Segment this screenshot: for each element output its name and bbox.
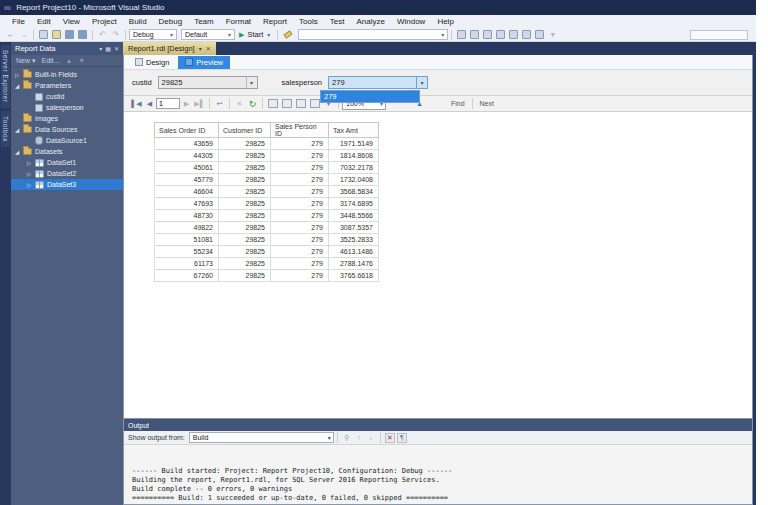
tree-item[interactable]: salesperson xyxy=(11,102,123,113)
custid-combo[interactable]: 29825 ▾ xyxy=(158,76,258,89)
menu-item[interactable]: Team xyxy=(188,17,220,26)
tree-item[interactable]: Data Sources xyxy=(11,124,123,135)
menu-item[interactable]: Debug xyxy=(153,17,189,26)
deploy-target-combo[interactable]: ▾ xyxy=(298,29,448,40)
stop-rendering-icon[interactable]: ✕ xyxy=(234,98,245,110)
menu-item[interactable]: Analyze xyxy=(350,17,390,26)
page-number-input[interactable] xyxy=(156,98,180,109)
next-message-icon[interactable]: ↓ xyxy=(366,433,376,443)
tab-design[interactable]: Design xyxy=(128,56,176,69)
cell-sales-order-id: 49822 xyxy=(155,222,219,234)
dropdown-option[interactable]: 279 xyxy=(321,91,419,102)
solution-configuration-combo[interactable]: Debug▾ xyxy=(129,29,177,40)
tree-item[interactable]: DataSet3 xyxy=(11,179,123,190)
window-position-icon[interactable]: ▾ xyxy=(99,45,102,52)
save-icon[interactable] xyxy=(64,29,75,40)
previous-message-icon[interactable]: ↑ xyxy=(354,433,364,443)
menu-item[interactable]: Tools xyxy=(293,17,324,26)
print-icon[interactable] xyxy=(268,99,278,108)
snap-to-grid-icon[interactable] xyxy=(521,29,532,40)
move-down-icon[interactable]: ▼ xyxy=(78,57,85,64)
menu-item[interactable]: Project xyxy=(86,17,123,26)
tab-close-icon[interactable]: ✕ xyxy=(206,45,211,52)
cell-customer-id: 29825 xyxy=(219,162,271,174)
find-button[interactable]: Find xyxy=(451,100,465,107)
word-wrap-icon[interactable]: ¶ xyxy=(397,433,407,443)
menu-item[interactable]: View xyxy=(57,17,86,26)
table-row: 47693 29825 279 3174.6895 xyxy=(155,198,379,210)
zoom-tool-icon[interactable] xyxy=(456,29,467,40)
tree-expander-icon[interactable] xyxy=(15,72,23,78)
output-source-combo[interactable]: Build▾ xyxy=(189,432,334,443)
refresh-icon[interactable]: ↻ xyxy=(247,98,258,110)
tree-expander-icon[interactable] xyxy=(27,171,35,177)
start-debug-button[interactable]: ▶ Start ▾ xyxy=(235,29,274,40)
find-next-button[interactable]: Next xyxy=(480,100,494,107)
navigate-forward-icon[interactable]: → xyxy=(18,29,29,40)
menu-item[interactable]: Help xyxy=(431,17,459,26)
page-setup-icon[interactable] xyxy=(296,99,306,108)
menu-item[interactable]: Build xyxy=(123,17,153,26)
menu-item[interactable]: Test xyxy=(324,17,351,26)
align-tops-icon[interactable] xyxy=(495,29,506,40)
find-message-icon[interactable]: ⚲ xyxy=(342,433,352,443)
export-icon[interactable] xyxy=(310,99,320,108)
next-page-icon[interactable]: ▶ xyxy=(181,98,192,110)
quick-launch-input[interactable] xyxy=(690,30,748,40)
cell-sales-order-id: 45061 xyxy=(155,162,219,174)
clear-all-icon[interactable]: ✕ xyxy=(385,433,395,443)
redo-icon[interactable]: ↷ xyxy=(110,29,121,40)
tree-item[interactable]: DataSource1 xyxy=(11,135,123,146)
new-project-icon[interactable] xyxy=(38,29,49,40)
rail-tab[interactable]: Toolbox xyxy=(1,111,10,147)
document-tab[interactable]: Report1.rdl [Design] ▾ ✕ xyxy=(123,42,216,55)
last-page-icon[interactable]: ▶▌ xyxy=(194,98,205,110)
pin-icon[interactable]: ▦ xyxy=(105,45,111,52)
tree-expander-icon[interactable] xyxy=(27,182,35,188)
rail-tab[interactable]: Server Explorer xyxy=(1,45,10,108)
toolbar-options-icon[interactable]: ▾ xyxy=(547,29,558,40)
tree-expander-icon[interactable] xyxy=(15,83,23,89)
close-icon[interactable]: ✕ xyxy=(114,45,119,52)
move-up-icon[interactable]: ▲ xyxy=(65,57,72,64)
tree-expander-icon[interactable] xyxy=(15,149,23,155)
bring-to-front-icon[interactable] xyxy=(534,29,545,40)
open-file-icon[interactable] xyxy=(51,29,62,40)
cell-tax-amt: 3448.5566 xyxy=(329,210,379,222)
tree-expander-icon[interactable] xyxy=(27,160,35,166)
first-page-icon[interactable]: ▌◀ xyxy=(131,98,142,110)
tree-expander-icon[interactable] xyxy=(15,127,23,133)
tree-item[interactable]: Images xyxy=(11,113,123,124)
edit-button[interactable]: Edit... xyxy=(41,57,59,64)
menu-item[interactable]: File xyxy=(6,17,31,26)
align-lefts-icon[interactable] xyxy=(482,29,493,40)
menu-item[interactable]: Format xyxy=(220,17,257,26)
tab-pin-icon[interactable]: ▾ xyxy=(199,45,202,52)
navigate-back-icon[interactable]: ← xyxy=(5,29,16,40)
tree-item[interactable]: Datasets xyxy=(11,146,123,157)
tree-item[interactable]: Parameters xyxy=(11,80,123,91)
tree-item[interactable]: custid xyxy=(11,91,123,102)
new-menu-button[interactable]: New ▾ xyxy=(16,57,35,65)
tab-preview[interactable]: Preview xyxy=(178,56,230,69)
undo-icon[interactable]: ↶ xyxy=(97,29,108,40)
previous-page-icon[interactable]: ◀ xyxy=(144,98,155,110)
report-wizard-icon[interactable] xyxy=(282,29,293,40)
menu-item[interactable]: Report xyxy=(257,17,293,26)
solution-platform-combo[interactable]: Default▾ xyxy=(181,29,235,40)
print-layout-icon[interactable] xyxy=(282,99,292,108)
menu-item[interactable]: Window xyxy=(391,17,431,26)
cell-customer-id: 29825 xyxy=(219,222,271,234)
menu-item[interactable]: Edit xyxy=(31,17,57,26)
cell-customer-id: 29825 xyxy=(219,138,271,150)
tree-item[interactable]: DataSet2 xyxy=(11,168,123,179)
back-to-parent-icon[interactable]: ↩ xyxy=(214,98,225,110)
salesperson-combo[interactable]: 279 ▾ xyxy=(328,76,428,89)
tree-item[interactable]: Built-in Fields xyxy=(11,69,123,80)
tree-item-label: DataSource1 xyxy=(46,137,87,144)
tree-item[interactable]: DataSet1 xyxy=(11,157,123,168)
same-size-icon[interactable] xyxy=(508,29,519,40)
save-all-icon[interactable] xyxy=(77,29,88,40)
layout-grid-icon[interactable] xyxy=(469,29,480,40)
table-row: 51081 29825 279 3525.2833 xyxy=(155,234,379,246)
